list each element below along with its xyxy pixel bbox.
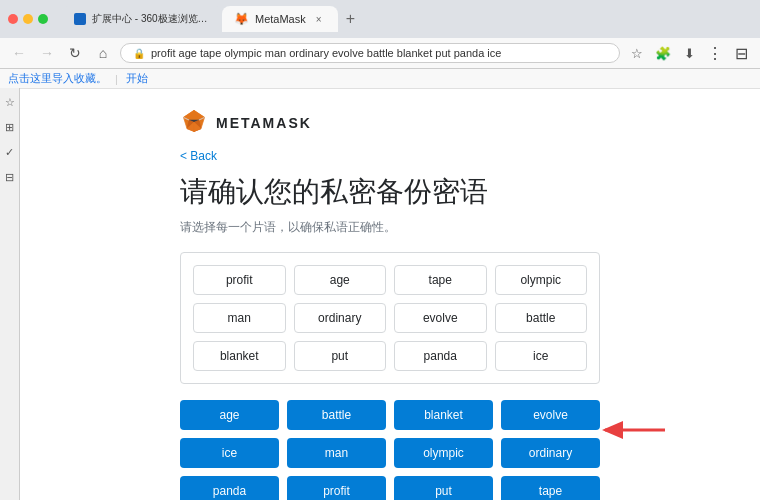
metamask-container: METAMASK < Back 请确认您的私密备份密语 请选择每一个片语，以确保… bbox=[180, 109, 600, 481]
tab-metamask[interactable]: 🦊 MetaMask × bbox=[222, 6, 338, 32]
arrow-indicator-top bbox=[595, 410, 675, 450]
word-slot-9[interactable]: put bbox=[294, 341, 387, 371]
word-slot-2[interactable]: tape bbox=[394, 265, 487, 295]
address-text: profit age tape olympic man ordinary evo… bbox=[151, 47, 607, 59]
word-choice-6[interactable]: olympic bbox=[394, 438, 493, 468]
tab2-title: MetaMask bbox=[255, 13, 306, 25]
tab-extensions[interactable]: 扩展中心 - 360极速浏览器 - 小工具 bbox=[62, 6, 222, 32]
page-subtitle: 请选择每一个片语，以确保私语正确性。 bbox=[180, 219, 600, 236]
lock-icon: 🔒 bbox=[133, 48, 145, 59]
browser-sidebar: ☆ ⊞ ✓ ⊟ bbox=[0, 88, 20, 500]
word-choice-5[interactable]: man bbox=[287, 438, 386, 468]
download-button[interactable]: ⬇ bbox=[678, 42, 700, 64]
back-link[interactable]: < Back bbox=[180, 149, 600, 163]
home-button[interactable]: ⌂ bbox=[92, 42, 114, 64]
word-choice-1[interactable]: battle bbox=[287, 400, 386, 430]
sidebar-icon-settings[interactable]: ⊟ bbox=[5, 171, 14, 184]
page-title: 请确认您的私密备份密语 bbox=[180, 175, 600, 209]
address-bar[interactable]: 🔒 profit age tape olympic man ordinary e… bbox=[120, 43, 620, 63]
word-choice-7[interactable]: ordinary bbox=[501, 438, 600, 468]
mm-header: METAMASK bbox=[180, 109, 600, 137]
nav-bar: ← → ↻ ⌂ 🔒 profit age tape olympic man or… bbox=[0, 38, 760, 69]
close-button[interactable] bbox=[8, 14, 18, 24]
word-slot-4[interactable]: man bbox=[193, 303, 286, 333]
word-choice-11[interactable]: tape bbox=[501, 476, 600, 500]
word-slot-5[interactable]: ordinary bbox=[294, 303, 387, 333]
star-button[interactable]: ☆ bbox=[626, 42, 648, 64]
sidebar-button[interactable]: ⊟ bbox=[730, 42, 752, 64]
sidebar-icon-bookmark[interactable]: ☆ bbox=[5, 96, 15, 109]
browser-chrome: 扩展中心 - 360极速浏览器 - 小工具 🦊 MetaMask × + ← →… bbox=[0, 0, 760, 89]
bookmark-separator: | bbox=[115, 73, 118, 85]
traffic-lights bbox=[8, 14, 48, 24]
word-slot-11[interactable]: ice bbox=[495, 341, 588, 371]
word-slot-3[interactable]: olympic bbox=[495, 265, 588, 295]
word-slot-0[interactable]: profit bbox=[193, 265, 286, 295]
menu-button[interactable]: ⋮ bbox=[704, 42, 726, 64]
word-slot-6[interactable]: evolve bbox=[394, 303, 487, 333]
bookmark-start[interactable]: 开始 bbox=[126, 71, 148, 86]
maximize-button[interactable] bbox=[38, 14, 48, 24]
back-button[interactable]: ← bbox=[8, 42, 30, 64]
word-choice-3[interactable]: evolve bbox=[501, 400, 600, 430]
word-choices-wrapper: agebattleblanketevolveicemanolympicordin… bbox=[180, 400, 600, 500]
tab1-favicon bbox=[74, 13, 86, 25]
tab2-favicon: 🦊 bbox=[234, 12, 249, 26]
tabs-bar: 扩展中心 - 360极速浏览器 - 小工具 🦊 MetaMask × + bbox=[54, 6, 752, 32]
minimize-button[interactable] bbox=[23, 14, 33, 24]
title-bar: 扩展中心 - 360极速浏览器 - 小工具 🦊 MetaMask × + bbox=[0, 0, 760, 38]
word-choice-8[interactable]: panda bbox=[180, 476, 279, 500]
page-content: METAMASK < Back 请确认您的私密备份密语 请选择每一个片语，以确保… bbox=[20, 89, 760, 500]
forward-button[interactable]: → bbox=[36, 42, 58, 64]
word-slot-7[interactable]: battle bbox=[495, 303, 588, 333]
word-choices-grid: agebattleblanketevolveicemanolympicordin… bbox=[180, 400, 600, 500]
word-choice-4[interactable]: ice bbox=[180, 438, 279, 468]
extensions-button[interactable]: 🧩 bbox=[652, 42, 674, 64]
nav-actions: ☆ 🧩 ⬇ ⋮ ⊟ bbox=[626, 42, 752, 64]
word-choice-9[interactable]: profit bbox=[287, 476, 386, 500]
word-choice-0[interactable]: age bbox=[180, 400, 279, 430]
tab2-close[interactable]: × bbox=[312, 12, 326, 26]
metamask-logo bbox=[180, 109, 208, 137]
refresh-button[interactable]: ↻ bbox=[64, 42, 86, 64]
word-slots-grid: profitagetapeolympicmanordinaryevolvebat… bbox=[180, 252, 600, 384]
word-slot-1[interactable]: age bbox=[294, 265, 387, 295]
word-choice-10[interactable]: put bbox=[394, 476, 493, 500]
new-tab-button[interactable]: + bbox=[338, 6, 363, 32]
metamask-brand: METAMASK bbox=[216, 115, 312, 131]
sidebar-icon-history[interactable]: ⊞ bbox=[5, 121, 14, 134]
word-slot-10[interactable]: panda bbox=[394, 341, 487, 371]
bookmarks-bar: 点击这里导入收藏。 | 开始 bbox=[0, 69, 760, 89]
word-slot-8[interactable]: blanket bbox=[193, 341, 286, 371]
sidebar-icon-check[interactable]: ✓ bbox=[5, 146, 14, 159]
bookmark-import[interactable]: 点击这里导入收藏。 bbox=[8, 71, 107, 86]
tab1-title: 扩展中心 - 360极速浏览器 - 小工具 bbox=[92, 12, 210, 26]
word-choice-2[interactable]: blanket bbox=[394, 400, 493, 430]
